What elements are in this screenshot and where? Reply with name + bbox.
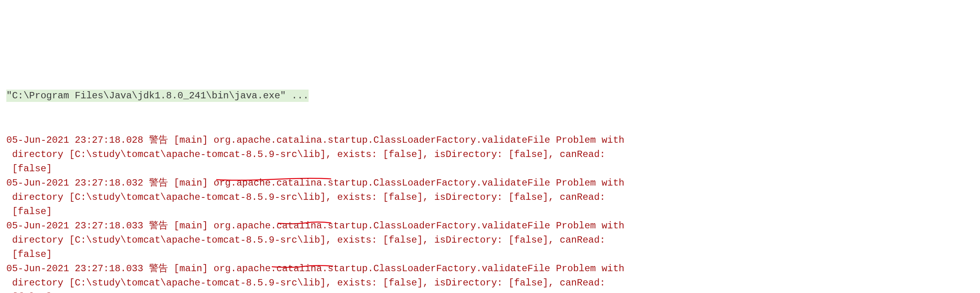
log-entry: 05-Jun-2021 23:27:18.028 警告 [main] org.a…	[6, 133, 974, 176]
command-path: "C:\Program Files\Java\jdk1.8.0_241\bin\…	[6, 90, 309, 102]
log-entry: 05-Jun-2021 23:27:18.033 警告 [main] org.a…	[6, 219, 974, 262]
log-entry: 05-Jun-2021 23:27:18.032 警告 [main] org.a…	[6, 176, 974, 219]
log-line-2: directory [C:\study\tomcat\apache-tomcat…	[6, 233, 974, 247]
log-entry: 05-Jun-2021 23:27:18.033 警告 [main] org.a…	[6, 262, 974, 293]
log-line-2: directory [C:\study\tomcat\apache-tomcat…	[6, 190, 974, 205]
command-line: "C:\Program Files\Java\jdk1.8.0_241\bin\…	[6, 89, 974, 103]
log-line-1: 05-Jun-2021 23:27:18.028 警告 [main] org.a…	[6, 133, 974, 147]
log-line-2: directory [C:\study\tomcat\apache-tomcat…	[6, 276, 974, 290]
log-line-3: [false]	[6, 205, 974, 219]
log-line-1: 05-Jun-2021 23:27:18.032 警告 [main] org.a…	[6, 176, 974, 190]
console-output: "C:\Program Files\Java\jdk1.8.0_241\bin\…	[6, 60, 974, 293]
log-line-3: [false]	[6, 290, 974, 293]
log-line-3: [false]	[6, 247, 974, 262]
log-line-1: 05-Jun-2021 23:27:18.033 警告 [main] org.a…	[6, 262, 974, 276]
log-line-1: 05-Jun-2021 23:27:18.033 警告 [main] org.a…	[6, 219, 974, 233]
log-container: 05-Jun-2021 23:27:18.028 警告 [main] org.a…	[6, 133, 974, 293]
log-line-3: [false]	[6, 162, 974, 176]
log-line-2: directory [C:\study\tomcat\apache-tomcat…	[6, 147, 974, 162]
